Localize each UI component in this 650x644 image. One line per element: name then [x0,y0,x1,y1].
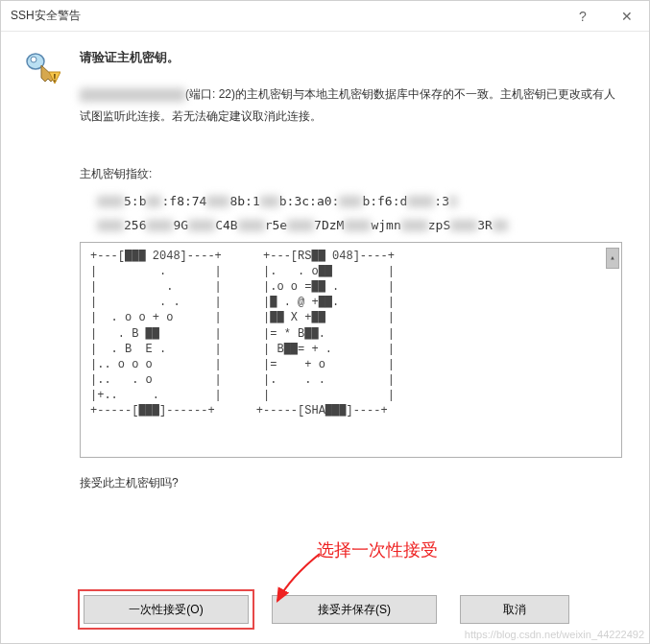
cancel-button[interactable]: 取消 [460,595,569,624]
fingerprint-label: 主机密钥指纹: [80,166,622,182]
dialog-heading: 请验证主机密钥。 [80,49,622,66]
randomart-text: +---[███ 2048]----+ +---[RS██ 048]----+ … [90,250,395,418]
fingerprint-sha256: xx256xx9GxxC4Bxxr5exx7DzMxxwjmnxxzpSxx3R… [97,218,622,232]
help-button[interactable]: ? [561,1,605,32]
scroll-up-icon[interactable]: ▴ [606,248,619,269]
svg-text:!: ! [53,73,56,83]
icon-column: ! [22,49,64,580]
fingerprint-md5: xx5:bx:f8:74xx8b:1xb:3c:a0:xxb:f6:dxx:3x [97,194,622,208]
randomart-box: +---[███ 2048]----+ +---[RS██ 048]----+ … [80,242,622,458]
accept-once-button[interactable]: 一次性接受(O) [84,595,249,624]
confirm-question: 接受此主机密钥吗? [80,475,622,491]
watermark: https://blog.csdn.net/weixin_44222492 [465,629,644,640]
host-ip-masked: x [80,88,185,102]
accept-save-button[interactable]: 接受并保存(S) [272,595,437,624]
titlebar: SSH安全警告 ? ✕ [1,1,649,32]
window-title: SSH安全警告 [11,8,561,24]
text-column: 请验证主机密钥。 x(端口: 22)的主机密钥与本地主机密钥数据库中保存的不一致… [80,49,622,580]
key-warning-icon: ! [22,49,60,87]
warning-message: x(端口: 22)的主机密钥与本地主机密钥数据库中保存的不一致。主机密钥已更改或… [80,83,622,128]
dialog-window: SSH安全警告 ? ✕ ! 请验证主机密钥。 x(端口: 22)的主机密钥与本地… [0,0,650,644]
dialog-content: ! 请验证主机密钥。 x(端口: 22)的主机密钥与本地主机密钥数据库中保存的不… [1,32,649,580]
svg-point-1 [31,57,36,62]
close-button[interactable]: ✕ [605,1,649,32]
